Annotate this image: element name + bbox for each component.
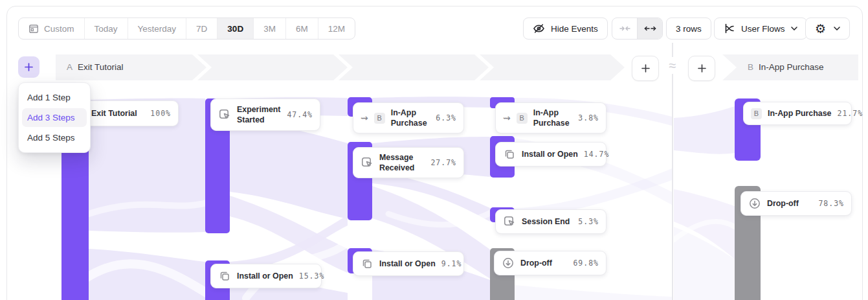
date-range-label: 7D bbox=[196, 24, 207, 34]
add-step-button-active[interactable] bbox=[18, 56, 39, 78]
flow-node-install-or-open-step3[interactable]: Install or Open 9.1% bbox=[353, 251, 464, 276]
date-range-7d[interactable]: 7D bbox=[186, 18, 217, 39]
flow-node-label: Experiment Started bbox=[237, 104, 281, 125]
flow-node-pct: 69.8% bbox=[573, 259, 599, 268]
flow-node-session-end[interactable]: Session End 5.3% bbox=[495, 209, 606, 234]
date-range-label: 30D bbox=[227, 24, 243, 34]
collapse-expand-toggle bbox=[612, 17, 663, 40]
drop-off-icon bbox=[502, 257, 515, 270]
flow-node-pct: 21.7% bbox=[837, 109, 863, 118]
window-copy-icon bbox=[218, 270, 231, 283]
section-title: In-App Purchase bbox=[759, 62, 824, 72]
plus-icon bbox=[697, 63, 707, 73]
date-range-3m[interactable]: 3M bbox=[253, 18, 285, 39]
date-range-label: Custom bbox=[44, 24, 74, 34]
collapse-columns-button[interactable] bbox=[612, 18, 637, 39]
flow-node-label: Install or Open bbox=[379, 259, 436, 269]
gear-icon: ⚙ bbox=[815, 23, 826, 35]
chevron-down-icon bbox=[791, 27, 797, 30]
calendar-icon bbox=[28, 23, 39, 34]
eye-off-icon bbox=[533, 23, 545, 34]
flow-node-label: Install or Open bbox=[522, 149, 578, 159]
flow-node-install-or-open-step4[interactable]: Install or Open 14.7% bbox=[495, 142, 606, 167]
flow-node-label: Drop-off bbox=[520, 258, 552, 268]
date-range-today[interactable]: Today bbox=[84, 18, 128, 39]
date-range-label: 6M bbox=[296, 24, 308, 34]
flow-node-label: Install or Open bbox=[237, 271, 293, 281]
settings-dropdown[interactable]: ⚙ bbox=[805, 17, 850, 40]
flow-node-label: Message Received bbox=[379, 152, 425, 173]
flow-node-pct: 78.3% bbox=[818, 199, 844, 208]
flow-node-drop-off-step4[interactable]: Drop-off 69.8% bbox=[494, 251, 606, 275]
section-letter: A bbox=[67, 62, 72, 72]
flow-node-pct: 9.1% bbox=[441, 259, 462, 268]
flow-node-pct: 15.3% bbox=[299, 271, 325, 281]
flow-node-pct: 3.8% bbox=[578, 113, 599, 122]
step-band-b-label: B In-App Purchase bbox=[748, 62, 824, 72]
flow-node-pct: 6.3% bbox=[436, 113, 456, 122]
step-band-a-label: A Exit Tutorial bbox=[67, 62, 124, 72]
section-break-symbol: ≈ bbox=[664, 57, 681, 74]
date-range-yesterday[interactable]: Yesterday bbox=[128, 18, 186, 39]
drop-off-icon bbox=[748, 197, 761, 210]
flow-node-install-or-open-step2[interactable]: Install or Open 15.3% bbox=[210, 264, 322, 288]
window-copy-icon bbox=[361, 257, 373, 270]
click-event-icon bbox=[361, 156, 373, 169]
flow-node-pct: 47.4% bbox=[287, 110, 313, 119]
out-arrow-icon: ⇝ bbox=[361, 113, 368, 122]
menu-item-add-3-steps[interactable]: Add 3 Steps bbox=[22, 108, 87, 127]
hide-events-button[interactable]: Hide Events bbox=[523, 17, 608, 40]
date-range-6m[interactable]: 6M bbox=[285, 18, 318, 39]
flow-node-in-app-purchase-step4[interactable]: ⇝ B In-App Purchase 3.8% bbox=[495, 102, 606, 133]
chart-type-dropdown[interactable]: User Flows bbox=[714, 17, 807, 40]
section-title: Exit Tutorial bbox=[78, 62, 124, 72]
date-range-custom[interactable]: Custom bbox=[19, 18, 84, 39]
expand-columns-button[interactable] bbox=[637, 18, 662, 39]
flow-node-label: Exit Tutorial bbox=[91, 108, 137, 119]
date-range-label: Today bbox=[95, 24, 118, 34]
flow-node-pct: 27.7% bbox=[430, 158, 456, 167]
window-copy-icon bbox=[503, 148, 516, 161]
b-badge: B bbox=[517, 113, 528, 124]
flow-node-pct: 14.7% bbox=[584, 150, 610, 159]
b-badge: B bbox=[751, 108, 762, 119]
flow-node-pct: 5.3% bbox=[578, 217, 599, 226]
flow-node-message-received[interactable]: Message Received 27.7% bbox=[353, 147, 464, 178]
menu-item-add-1-step[interactable]: Add 1 Step bbox=[22, 88, 87, 107]
chevron-down-icon bbox=[834, 27, 840, 30]
hide-events-label: Hide Events bbox=[551, 24, 598, 34]
flow-node-label: In-App Purchase bbox=[391, 108, 430, 128]
date-range-picker: Custom Today Yesterday 7D 30D 3M 6M 12M bbox=[18, 17, 355, 40]
flow-node-label: In-App Purchase bbox=[768, 108, 831, 119]
date-range-label: 3M bbox=[263, 24, 276, 34]
flow-node-in-app-purchase-step3[interactable]: ⇝ B In-App Purchase 6.3% bbox=[353, 102, 464, 133]
date-range-12m[interactable]: 12M bbox=[318, 18, 355, 39]
expand-arrows-icon bbox=[644, 25, 656, 32]
rows-count-button[interactable]: 3 rows bbox=[666, 17, 711, 40]
rows-count-label: 3 rows bbox=[676, 24, 702, 34]
add-step-button-section-a[interactable] bbox=[632, 56, 659, 81]
date-range-label: 12M bbox=[328, 24, 345, 34]
click-event-icon bbox=[218, 108, 231, 121]
date-range-30d-selected[interactable]: 30D bbox=[217, 18, 253, 39]
collapse-arrows-icon bbox=[619, 25, 630, 32]
flow-node-pct: 100% bbox=[150, 109, 171, 118]
flow-node-label: In-App Purchase bbox=[533, 108, 573, 128]
flows-chart-icon bbox=[724, 23, 735, 34]
b-badge: B bbox=[374, 113, 385, 124]
section-letter: B bbox=[748, 62, 753, 72]
out-arrow-icon: ⇝ bbox=[503, 113, 511, 122]
plus-icon bbox=[641, 63, 651, 73]
step-header-band bbox=[56, 54, 858, 80]
flow-node-label: Drop-off bbox=[767, 198, 799, 209]
plus-icon bbox=[24, 62, 34, 72]
add-step-button-section-b[interactable] bbox=[688, 56, 715, 81]
section-divider-line bbox=[672, 43, 673, 300]
flow-node-experiment-started[interactable]: Experiment Started 47.4% bbox=[210, 98, 320, 131]
date-range-label: Yesterday bbox=[138, 24, 177, 34]
add-step-menu: Add 1 Step Add 3 Steps Add 5 Steps bbox=[18, 82, 91, 153]
flow-node-label: Session End bbox=[522, 216, 570, 227]
menu-item-add-5-steps[interactable]: Add 5 Steps bbox=[22, 128, 87, 147]
flow-node-drop-off-section-b[interactable]: Drop-off 78.3% bbox=[740, 191, 852, 216]
flow-node-in-app-purchase-section-b[interactable]: B In-App Purchase 21.7% bbox=[743, 102, 852, 125]
